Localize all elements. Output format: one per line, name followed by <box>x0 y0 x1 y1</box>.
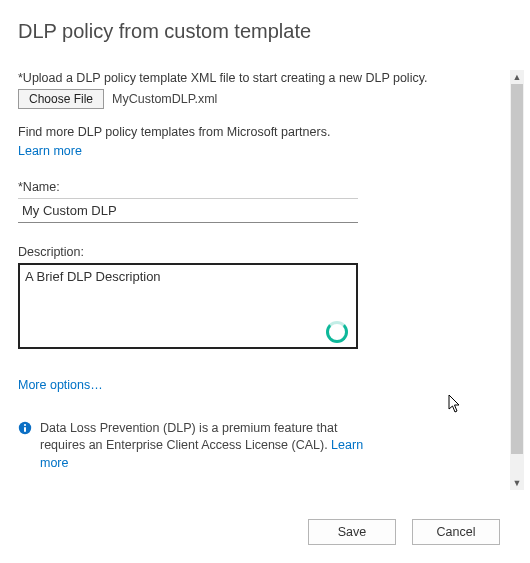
cancel-button[interactable]: Cancel <box>412 519 500 545</box>
scroll-up-icon[interactable]: ▲ <box>510 70 524 84</box>
scroll-thumb[interactable] <box>511 84 523 454</box>
name-input[interactable] <box>18 198 358 223</box>
partners-text: Find more DLP policy templates from Micr… <box>18 125 487 139</box>
file-chooser-row: Choose File MyCustomDLP.xml <box>18 89 487 109</box>
scroll-down-icon[interactable]: ▼ <box>510 476 524 490</box>
description-input[interactable] <box>18 263 358 349</box>
upload-instruction: *Upload a DLP policy template XML file t… <box>18 70 487 87</box>
description-label: Description: <box>18 245 487 259</box>
svg-point-1 <box>24 424 26 426</box>
choose-file-button[interactable]: Choose File <box>18 89 104 109</box>
footer: Save Cancel <box>308 519 500 545</box>
chosen-filename: MyCustomDLP.xml <box>112 92 217 106</box>
page-title: DLP policy from custom template <box>18 20 530 43</box>
more-options-link[interactable]: More options… <box>18 378 103 392</box>
spinner-icon <box>326 321 348 343</box>
learn-more-link[interactable]: Learn more <box>18 144 82 158</box>
info-text: Data Loss Prevention (DLP) is a premium … <box>40 420 370 473</box>
svg-rect-2 <box>24 427 26 432</box>
name-label: *Name: <box>18 180 487 194</box>
scroll-area: *Upload a DLP policy template XML file t… <box>0 70 530 493</box>
save-button[interactable]: Save <box>308 519 396 545</box>
info-icon <box>18 421 32 439</box>
scrollbar[interactable]: ▲ ▼ <box>510 70 524 490</box>
info-row: Data Loss Prevention (DLP) is a premium … <box>18 420 487 473</box>
info-text-body: Data Loss Prevention (DLP) is a premium … <box>40 421 337 453</box>
